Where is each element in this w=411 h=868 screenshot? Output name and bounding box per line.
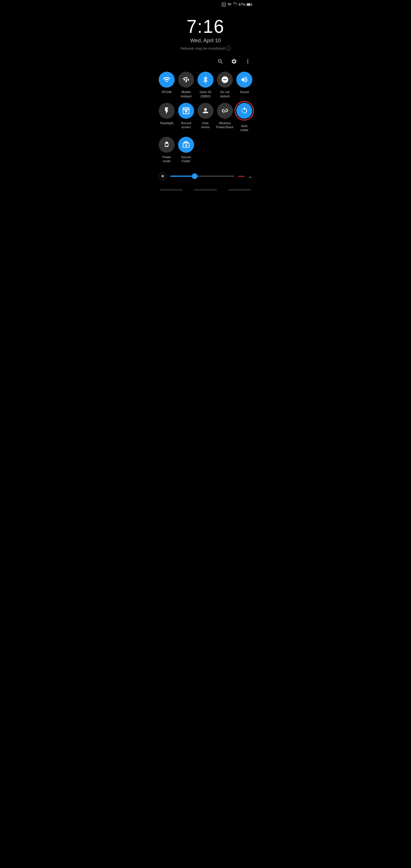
- wireless-qs-icon: [217, 103, 233, 119]
- power-qs-icon: [159, 137, 175, 153]
- network-notice: Network may be monitored i: [154, 46, 257, 51]
- dnd-qs-icon: [217, 72, 233, 88]
- qs-wifi-label: XFG4K: [162, 90, 172, 94]
- qs-autorotate-label: Autorotate: [240, 124, 248, 132]
- qs-dnd[interactable]: Do notdisturb: [216, 72, 234, 98]
- wifi-qs-icon: [159, 72, 175, 88]
- qs-kids-label: KidsHome: [201, 121, 210, 129]
- hotspot-qs-icon: [178, 72, 194, 88]
- svg-rect-2: [252, 4, 253, 5]
- qs-power[interactable]: Powermode: [158, 137, 176, 163]
- brightness-dash-icon: [238, 176, 245, 177]
- info-icon[interactable]: i: [226, 46, 231, 51]
- qs-wifi[interactable]: XFG4K: [158, 72, 176, 98]
- qs-kids[interactable]: KidsHome: [196, 103, 215, 132]
- record-qs-icon: [178, 103, 194, 119]
- svg-point-4: [204, 108, 207, 111]
- qs-empty-2: [216, 137, 234, 163]
- settings-button[interactable]: [231, 58, 238, 65]
- qs-autorotate[interactable]: Autorotate: [235, 103, 253, 132]
- nav-pill-back[interactable]: [160, 189, 183, 190]
- more-button[interactable]: [244, 58, 251, 65]
- qs-power-label: Powermode: [162, 155, 171, 163]
- nav-bar: [154, 187, 257, 194]
- status-bar: 67%: [154, 0, 257, 8]
- qs-sound[interactable]: Sound: [235, 72, 253, 98]
- qs-secure-label: SecureFolder: [181, 155, 191, 163]
- nav-pill-home[interactable]: [194, 189, 217, 190]
- brightness-icon: [159, 172, 167, 180]
- quick-settings-row1: XFG4K MobileHotspot Gear S3(DB82) Do not…: [154, 67, 257, 100]
- qs-bluetooth-label: Gear S3(DB82): [200, 90, 212, 98]
- sound-qs-icon: [236, 72, 252, 88]
- qs-wireless-label: WirelessPowerShare: [216, 121, 234, 129]
- qs-bluetooth[interactable]: Gear S3(DB82): [196, 72, 215, 98]
- wifi-icon: [227, 2, 232, 7]
- toolbar: [154, 53, 257, 67]
- brightness-slider[interactable]: [170, 176, 234, 177]
- qs-dnd-label: Do notdisturb: [220, 90, 229, 98]
- clock-date: Wed, April 10: [154, 38, 257, 44]
- bluetooth-qs-icon: [197, 72, 214, 88]
- signal-icon: [233, 2, 238, 7]
- search-button[interactable]: [217, 58, 224, 65]
- svg-rect-1: [247, 4, 250, 5]
- flashlight-qs-icon: [159, 103, 175, 119]
- qs-flashlight[interactable]: Flashlight: [158, 103, 176, 132]
- secure-qs-icon: [178, 137, 194, 153]
- qs-empty-1: [196, 137, 215, 163]
- brightness-fill: [170, 176, 195, 177]
- brightness-chevron[interactable]: ⌄: [248, 173, 252, 179]
- quick-settings-row3: Powermode SecureFolder: [154, 134, 257, 165]
- nav-pill-recent[interactable]: [228, 189, 251, 190]
- quick-settings-row2: Flashlight Recordscreen KidsHome Wireles…: [154, 100, 257, 134]
- qs-sound-label: Sound: [240, 90, 249, 94]
- brightness-thumb[interactable]: [192, 173, 197, 179]
- qs-record[interactable]: Recordscreen: [177, 103, 195, 132]
- nfc-icon: [221, 2, 226, 7]
- autorotate-qs-icon: [236, 103, 252, 119]
- qs-secure[interactable]: SecureFolder: [177, 137, 195, 163]
- brightness-bar: ⌄: [154, 165, 257, 185]
- qs-flashlight-label: Flashlight: [160, 121, 173, 125]
- auto-rotate-wrapper: [236, 103, 252, 119]
- clock-time: 7:16: [154, 17, 257, 36]
- status-icons: 67%: [221, 2, 252, 7]
- qs-wireless[interactable]: WirelessPowerShare: [216, 103, 234, 132]
- brightness-right: ⌄: [238, 173, 252, 179]
- qs-record-label: Recordscreen: [181, 121, 191, 129]
- qs-hotspot-label: MobileHotspot: [181, 90, 191, 98]
- clock-area: 7:16 Wed, April 10 Network may be monito…: [154, 8, 257, 53]
- battery-icon: [247, 3, 252, 6]
- qs-empty-3: [235, 137, 253, 163]
- qs-hotspot[interactable]: MobileHotspot: [177, 72, 195, 98]
- kids-qs-icon: [197, 103, 214, 119]
- battery-percent: 67%: [239, 3, 246, 6]
